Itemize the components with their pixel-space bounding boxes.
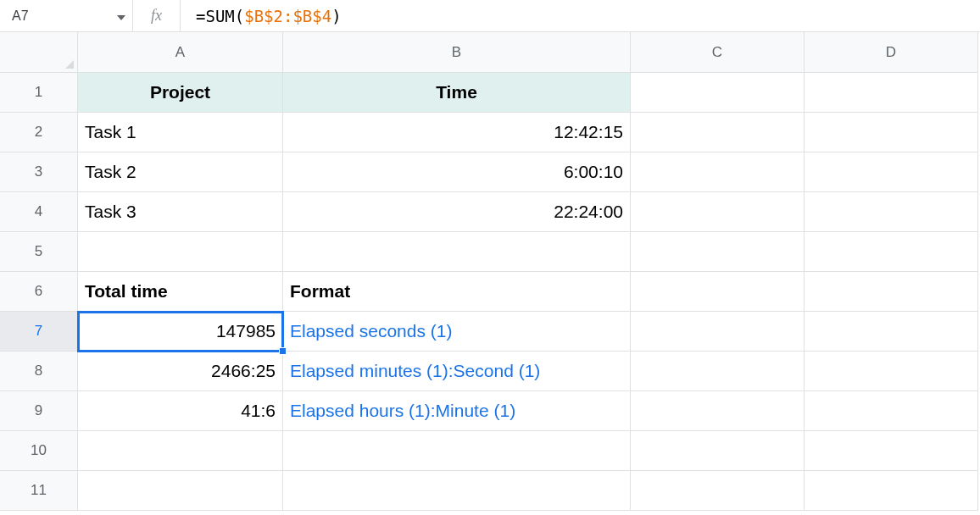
- fx-icon: fx: [133, 0, 181, 31]
- cell-a1[interactable]: Project: [78, 73, 283, 113]
- row-header-10[interactable]: 10: [0, 431, 78, 471]
- cell-c2[interactable]: [631, 113, 805, 152]
- cell-a5[interactable]: [78, 232, 283, 272]
- cell-c1[interactable]: [631, 73, 805, 113]
- cell-d11[interactable]: [805, 471, 978, 511]
- cell-c6[interactable]: [631, 272, 805, 312]
- row-header-1[interactable]: 1: [0, 73, 78, 113]
- cell-c10[interactable]: [631, 431, 805, 471]
- cell-d8[interactable]: [805, 352, 978, 391]
- row-header-4[interactable]: 4: [0, 192, 78, 232]
- cell-b1[interactable]: Time: [283, 73, 631, 113]
- cell-a7-value: 147985: [216, 321, 276, 341]
- cell-d10[interactable]: [805, 431, 978, 471]
- cell-d2[interactable]: [805, 113, 978, 152]
- row-header-6[interactable]: 6: [0, 272, 78, 312]
- row-header-7[interactable]: 7: [0, 312, 78, 352]
- cell-c11[interactable]: [631, 471, 805, 511]
- cell-b7[interactable]: Elapsed seconds (1): [283, 312, 631, 352]
- cell-a9[interactable]: 41:6: [78, 391, 283, 431]
- cell-c5[interactable]: [631, 232, 805, 272]
- cell-b5[interactable]: [283, 232, 631, 272]
- cell-c9[interactable]: [631, 391, 805, 431]
- cell-b11[interactable]: [283, 471, 631, 511]
- row-header-11[interactable]: 11: [0, 471, 78, 511]
- cell-d1[interactable]: [805, 73, 978, 113]
- cell-c3[interactable]: [631, 152, 805, 192]
- row-header-2[interactable]: 2: [0, 113, 78, 152]
- cell-d9[interactable]: [805, 391, 978, 431]
- cell-d3[interactable]: [805, 152, 978, 192]
- formula-text-suffix: ): [331, 7, 341, 25]
- column-header-b[interactable]: B: [283, 32, 631, 73]
- formula-input[interactable]: =SUM($B$2:$B$4): [181, 0, 980, 31]
- cell-a6[interactable]: Total time: [78, 272, 283, 312]
- name-box-text: A7: [12, 8, 29, 24]
- cell-b9[interactable]: Elapsed hours (1):Minute (1): [283, 391, 631, 431]
- cell-a11[interactable]: [78, 471, 283, 511]
- cell-b3[interactable]: 6:00:10: [283, 152, 631, 192]
- cell-b6[interactable]: Format: [283, 272, 631, 312]
- cell-a2[interactable]: Task 1: [78, 113, 283, 152]
- row-header-9[interactable]: 9: [0, 391, 78, 431]
- chevron-down-icon: [117, 8, 125, 24]
- select-all-corner[interactable]: [0, 32, 78, 73]
- cell-b4[interactable]: 22:24:00: [283, 192, 631, 232]
- formula-bar: A7 fx =SUM($B$2:$B$4): [0, 0, 980, 32]
- row-header-8[interactable]: 8: [0, 352, 78, 391]
- cell-c7[interactable]: [631, 312, 805, 352]
- spreadsheet-grid: A B C D 1 Project Time 2 Task 1 12:42:15…: [0, 32, 978, 511]
- cell-c4[interactable]: [631, 192, 805, 232]
- column-header-d[interactable]: D: [805, 32, 978, 73]
- cell-a7[interactable]: 147985: [78, 312, 283, 352]
- cell-c8[interactable]: [631, 352, 805, 391]
- formula-text-prefix: =SUM(: [196, 7, 244, 25]
- column-header-c[interactable]: C: [631, 32, 805, 73]
- name-box[interactable]: A7: [0, 0, 133, 31]
- row-header-5[interactable]: 5: [0, 232, 78, 272]
- cell-d4[interactable]: [805, 192, 978, 232]
- formula-text-range: $B$2:$B$4: [244, 7, 331, 25]
- column-header-a[interactable]: A: [78, 32, 283, 73]
- cell-a8[interactable]: 2466:25: [78, 352, 283, 391]
- cell-b8[interactable]: Elapsed minutes (1):Second (1): [283, 352, 631, 391]
- cell-a4[interactable]: Task 3: [78, 192, 283, 232]
- cell-d5[interactable]: [805, 232, 978, 272]
- cell-b2[interactable]: 12:42:15: [283, 113, 631, 152]
- cell-d7[interactable]: [805, 312, 978, 352]
- cell-a10[interactable]: [78, 431, 283, 471]
- cell-a3[interactable]: Task 2: [78, 152, 283, 192]
- cell-d6[interactable]: [805, 272, 978, 312]
- cell-b10[interactable]: [283, 431, 631, 471]
- selection-handle[interactable]: [279, 347, 287, 355]
- row-header-3[interactable]: 3: [0, 152, 78, 192]
